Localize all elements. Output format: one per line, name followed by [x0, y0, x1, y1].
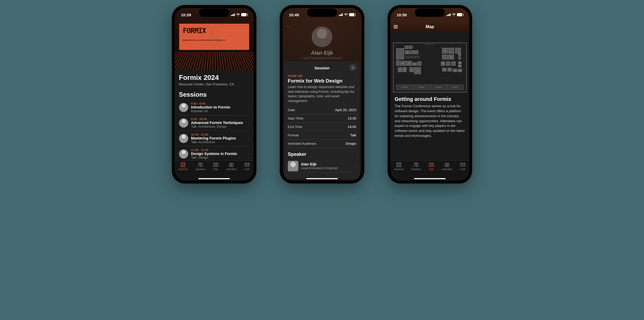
- people-icon: [413, 162, 419, 167]
- wifi-icon: [236, 13, 240, 17]
- tab-sessions[interactable]: Sessions: [394, 162, 404, 181]
- session-row[interactable]: 10:30 - 11:00 Mastering Formix Plugins T…: [179, 131, 249, 146]
- people-icon: [198, 162, 203, 167]
- speaker-name: Alan Eijk: [301, 162, 338, 166]
- tab-label: Sessions: [394, 168, 404, 171]
- tab-label: Map: [429, 168, 434, 171]
- speaker-profile-backdrop: Alan Eijk Lead Animations Engineer: [283, 26, 361, 60]
- speaker-row[interactable]: Alan Eijk Lead Animations Engineer ›: [288, 160, 356, 173]
- tab-label: Attendees: [442, 168, 452, 171]
- speaker-avatar: [179, 103, 188, 112]
- map-icon: [429, 162, 434, 167]
- detail-row-end: End Time14:00: [288, 123, 356, 131]
- entrance-label: ENTRANCE: [425, 44, 435, 45]
- session-title: Introduction to Formix: [191, 105, 245, 109]
- grid-icon: [180, 162, 186, 167]
- session-row[interactable]: 11:00 - 11:30 Design Systems in Formix T…: [179, 146, 249, 162]
- session-time: 9:00 - 9:30: [191, 102, 245, 105]
- session-title: Mastering Formix Plugins: [191, 136, 245, 140]
- home-indicator[interactable]: [414, 178, 446, 179]
- tab-label: Chat: [460, 168, 465, 171]
- device-map: 10:50 Map ENTRANCE 42 56: [388, 5, 472, 183]
- speaker-avatar: [179, 149, 188, 159]
- device-sessions: 10:29 FORMIX INNOVATION AT SCALE · MOSCO…: [172, 5, 256, 183]
- sheet-title: Session: [314, 66, 330, 70]
- battery-icon: [241, 13, 247, 16]
- svg-point-14: [416, 163, 418, 164]
- session-sheet: Session ✕ ROOM 10B Formix for Web Design…: [284, 61, 360, 179]
- tab-label: Speakers: [411, 168, 421, 171]
- tab-sessions[interactable]: Sessions: [178, 162, 188, 181]
- hero-auditorium: [175, 52, 254, 70]
- chevron-right-icon: ›: [355, 164, 356, 168]
- svg-rect-1: [184, 163, 185, 164]
- session-meta: Talk: Design: [191, 156, 245, 159]
- device-session-detail: 10:49 ← Alan Eijk Lead Animations Engine…: [280, 5, 364, 183]
- tab-label: Chat: [244, 168, 249, 171]
- close-icon: ✕: [351, 66, 354, 70]
- menu-button[interactable]: [394, 25, 398, 28]
- nav-title: Map: [426, 24, 434, 29]
- room-label: ROOM B4: [396, 85, 413, 90]
- session-meta: Talk: Architecture, Design: [191, 125, 245, 128]
- tab-label: Sessions: [178, 168, 188, 171]
- tab-chat[interactable]: Chat: [244, 162, 250, 181]
- cellular-icon: [339, 13, 343, 16]
- tab-label: Map: [213, 168, 218, 171]
- svg-rect-9: [397, 163, 398, 164]
- tab-bar: Sessions Speakers Map Attendees Chat: [390, 160, 469, 181]
- session-title: Formix for Web Design: [288, 78, 356, 84]
- room-label: ROOM B3: [413, 85, 430, 90]
- session-row[interactable]: 9:00 - 9:30 Introduction to Formix Keyno…: [179, 100, 249, 115]
- speaker-avatar: [311, 26, 333, 47]
- tab-label: Attendees: [226, 168, 237, 171]
- detail-row-format: FormatTalk: [288, 131, 356, 140]
- session-meta: Keynote: All: [191, 109, 245, 113]
- chevron-right-icon: ›: [248, 152, 249, 156]
- svg-point-7: [231, 164, 232, 165]
- svg-rect-11: [397, 165, 398, 167]
- tab-label: Speakers: [195, 168, 205, 171]
- badge-icon: [444, 162, 450, 167]
- speaker-role: Lead Animations Engineer: [301, 166, 338, 170]
- home-indicator[interactable]: [306, 178, 338, 179]
- svg-point-4: [199, 163, 200, 164]
- venue-map[interactable]: ENTRANCE 42 56 57 21 74 13 71 48: [393, 43, 467, 92]
- session-row[interactable]: 9:30 - 10:30 Advanced Formix Techniques …: [179, 115, 249, 131]
- detail-row-audience: Intended AudienceDesign: [288, 140, 356, 148]
- event-title: Formix 2024: [179, 74, 249, 82]
- session-meta: Talk: Architecture: [191, 140, 245, 144]
- event-banner: FORMIX INNOVATION AT SCALE · MOSCONE CEN…: [179, 24, 249, 50]
- svg-rect-12: [399, 165, 401, 167]
- chevron-right-icon: ›: [248, 105, 249, 110]
- svg-rect-3: [184, 165, 185, 167]
- tab-bar: Sessions Speakers Map Attendees Chat: [175, 160, 254, 181]
- bottom-rooms: ROOM B4 ROOM B3 ROOM B2 ROOM B1: [396, 85, 464, 90]
- nav-bar: Map: [390, 22, 469, 32]
- speaker-heading: Speaker: [288, 152, 356, 157]
- session-time: 9:30 - 10:30: [191, 117, 245, 121]
- close-button[interactable]: ✕: [349, 64, 356, 71]
- home-indicator[interactable]: [198, 178, 230, 179]
- svg-rect-17: [461, 163, 465, 166]
- svg-rect-10: [399, 163, 401, 164]
- notch: [307, 8, 337, 17]
- battery-icon: [457, 13, 463, 16]
- speaker-avatar: [179, 118, 188, 128]
- svg-point-5: [201, 163, 202, 164]
- clock: 10:49: [289, 13, 299, 17]
- svg-rect-2: [181, 165, 183, 167]
- map-heading: Getting around Formix: [390, 96, 469, 102]
- room-tag: ROOM 10B: [288, 75, 356, 78]
- clock: 10:29: [181, 13, 191, 17]
- session-time: 10:30 - 11:00: [191, 133, 245, 136]
- chevron-right-icon: ›: [248, 121, 249, 125]
- speaker-avatar: [179, 134, 188, 143]
- session-time: 11:00 - 11:30: [191, 148, 245, 152]
- wifi-icon: [452, 13, 456, 17]
- speaker-role: Lead Animations Engineer: [283, 56, 361, 60]
- svg-point-13: [414, 163, 416, 164]
- tab-chat[interactable]: Chat: [460, 162, 466, 181]
- cellular-icon: [447, 13, 451, 16]
- session-title: Design Systems in Formix: [191, 152, 245, 156]
